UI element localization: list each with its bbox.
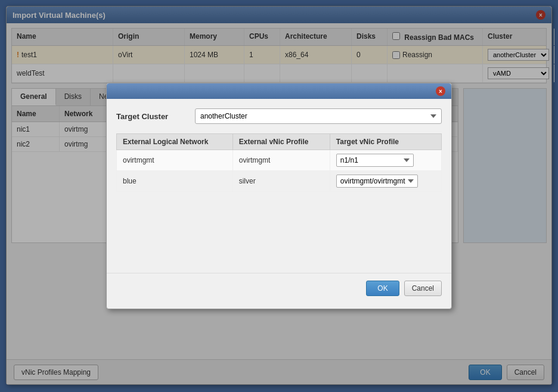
network-mapping-row: ovirtmgmt ovirtmgmt n1/n1 bbox=[117, 150, 442, 171]
modal-col-target-vnic: Target vNic Profile bbox=[330, 134, 441, 150]
row1-external-vnic: ovirtmgmt bbox=[232, 150, 330, 171]
network-mapping-row: blue silver ovirtmgmt/ovirtmgmt bbox=[117, 171, 442, 192]
row1-external-logical: ovirtmgmt bbox=[117, 150, 233, 171]
target-cluster-select[interactable]: anotherCluster bbox=[195, 108, 442, 124]
row2-external-vnic: silver bbox=[232, 171, 330, 192]
modal-close-button[interactable]: × bbox=[436, 86, 445, 96]
row2-target-vnic: ovirtmgmt/ovirtmgmt bbox=[330, 171, 441, 192]
row2-external-logical: blue bbox=[117, 171, 233, 192]
network-mapping-table: External Logical Network External vNic P… bbox=[116, 133, 442, 192]
row1-target-vnic-select[interactable]: n1/n1 bbox=[336, 154, 414, 167]
modal-col-external-vnic: External vNic Profile bbox=[232, 134, 330, 150]
modal-footer: OK Cancel bbox=[107, 273, 451, 303]
modal-body: Target Cluster anotherCluster External L… bbox=[107, 99, 451, 201]
cluster-row: Target Cluster anotherCluster bbox=[116, 108, 442, 124]
modal-cancel-button[interactable]: Cancel bbox=[404, 281, 442, 296]
row2-target-vnic-select[interactable]: ovirtmgmt/ovirtmgmt bbox=[336, 175, 418, 188]
vnic-profiles-modal: × Target Cluster anotherCluster External… bbox=[106, 83, 452, 309]
cluster-label: Target Cluster bbox=[116, 112, 188, 121]
modal-overlay: × Target Cluster anotherCluster External… bbox=[0, 0, 558, 392]
row1-target-vnic: n1/n1 bbox=[330, 150, 441, 171]
modal-titlebar: × bbox=[107, 83, 451, 99]
modal-col-external-logical: External Logical Network bbox=[117, 134, 233, 150]
modal-ok-button[interactable]: OK bbox=[366, 281, 399, 296]
